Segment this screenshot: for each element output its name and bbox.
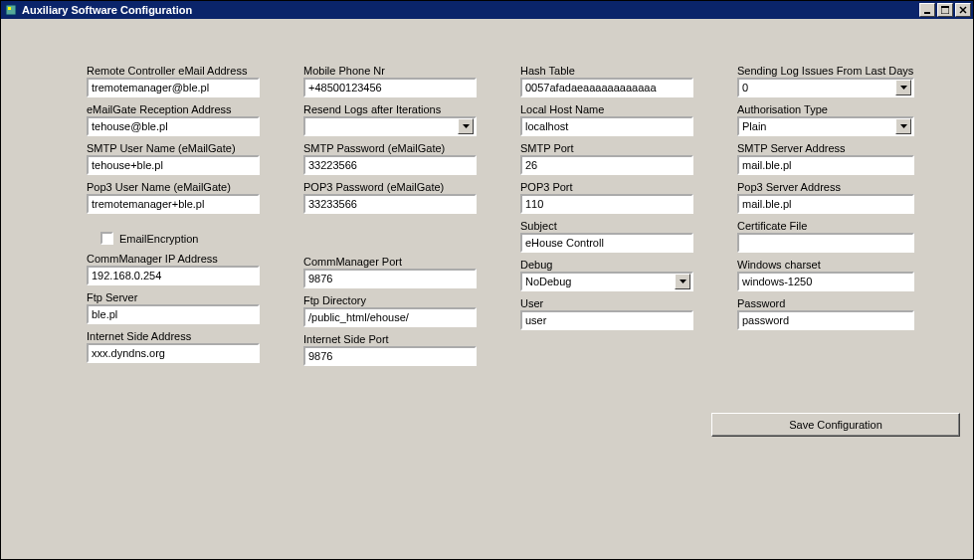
- charset-label: Windows charset: [737, 259, 914, 271]
- charset-input[interactable]: [737, 272, 914, 291]
- svg-rect-4: [941, 6, 949, 8]
- remote-email-input[interactable]: [87, 78, 260, 97]
- cm-port-label: CommManager Port: [303, 256, 477, 268]
- resend-logs-select[interactable]: [303, 116, 477, 136]
- smtp-port-label: SMTP Port: [520, 142, 693, 154]
- internet-port-input[interactable]: [303, 346, 477, 366]
- password-label: Password: [737, 297, 914, 309]
- svg-marker-8: [680, 280, 686, 283]
- smtp-pass-label: SMTP Password (eMailGate): [303, 142, 477, 154]
- column-4: Sending Log Issues From Last Days 0 Auth…: [737, 65, 914, 330]
- email-encryption-checkbox[interactable]: [100, 232, 113, 245]
- password-input[interactable]: [737, 310, 914, 330]
- resend-logs-label: Resend Logs after Iterations: [303, 103, 477, 115]
- chevron-down-icon: [895, 118, 911, 134]
- window-frame: Auxiliary Software Configuration Remote …: [0, 0, 974, 560]
- hash-input[interactable]: [520, 78, 693, 97]
- app-icon: [4, 3, 18, 17]
- subject-label: Subject: [520, 220, 693, 232]
- debug-select[interactable]: NoDebug: [520, 272, 693, 291]
- local-host-label: Local Host Name: [520, 103, 693, 115]
- chevron-down-icon: [675, 274, 690, 289]
- client-area: Remote Controller eMail Address eMailGat…: [1, 19, 973, 559]
- pop3-pass-label: POP3 Password (eMailGate): [303, 181, 477, 193]
- smtp-server-label: SMTP Server Address: [737, 142, 914, 154]
- pop3-port-label: POP3 Port: [520, 181, 693, 193]
- pop3-pass-input[interactable]: [303, 194, 477, 214]
- subject-input[interactable]: [520, 233, 693, 253]
- column-3: Hash Table Local Host Name SMTP Port POP…: [520, 65, 693, 330]
- debug-value: NoDebug: [525, 276, 571, 287]
- user-input[interactable]: [520, 310, 693, 330]
- internet-port-label: Internet Side Port: [303, 333, 477, 345]
- auth-type-label: Authorisation Type: [737, 103, 914, 115]
- pop3-port-input[interactable]: [520, 194, 693, 214]
- smtp-user-label: SMTP User Name (eMailGate): [87, 142, 260, 154]
- window-title: Auxiliary Software Configuration: [22, 4, 917, 16]
- smtp-server-input[interactable]: [737, 155, 914, 175]
- smtp-user-input[interactable]: [87, 155, 260, 175]
- close-button[interactable]: [955, 3, 971, 17]
- pop3-server-input[interactable]: [737, 194, 914, 214]
- auth-type-value: Plain: [742, 120, 766, 132]
- cert-file-label: Certificate File: [737, 220, 914, 232]
- cert-file-input[interactable]: [737, 233, 914, 253]
- ftp-server-input[interactable]: [87, 304, 260, 324]
- ftp-server-label: Ftp Server: [87, 291, 260, 303]
- mobile-label: Mobile Phone Nr: [303, 65, 477, 77]
- titlebar: Auxiliary Software Configuration: [1, 1, 973, 19]
- reception-address-label: eMailGate Reception Address: [87, 103, 260, 115]
- minimize-button[interactable]: [919, 3, 935, 17]
- save-configuration-button[interactable]: Save Configuration: [711, 413, 960, 437]
- smtp-port-input[interactable]: [520, 155, 693, 175]
- send-log-label: Sending Log Issues From Last Days: [737, 65, 914, 77]
- reception-address-input[interactable]: [87, 116, 260, 136]
- pop3-user-input[interactable]: [87, 194, 260, 214]
- pop3-user-label: Pop3 User Name (eMailGate): [87, 181, 260, 193]
- send-log-value: 0: [742, 82, 748, 93]
- smtp-pass-input[interactable]: [303, 155, 477, 175]
- cm-port-input[interactable]: [303, 269, 477, 288]
- mobile-input[interactable]: [303, 78, 477, 97]
- ftp-dir-label: Ftp Directory: [303, 294, 477, 306]
- svg-rect-2: [924, 12, 930, 14]
- remote-email-label: Remote Controller eMail Address: [87, 65, 260, 77]
- ftp-dir-input[interactable]: [303, 307, 477, 327]
- maximize-button[interactable]: [937, 3, 953, 17]
- send-log-select[interactable]: 0: [737, 78, 914, 97]
- email-encryption-label: EmailEncryption: [119, 233, 198, 245]
- svg-marker-9: [900, 86, 907, 90]
- pop3-server-label: Pop3 Server Address: [737, 181, 914, 193]
- chevron-down-icon: [895, 80, 911, 95]
- hash-label: Hash Table: [520, 65, 693, 77]
- svg-marker-7: [463, 124, 470, 128]
- debug-label: Debug: [520, 259, 693, 271]
- cm-ip-label: CommManager IP Address: [87, 253, 260, 265]
- internet-address-input[interactable]: [87, 343, 260, 363]
- local-host-input[interactable]: [520, 116, 693, 136]
- svg-rect-1: [8, 7, 11, 10]
- internet-address-label: Internet Side Address: [87, 330, 260, 342]
- auth-type-select[interactable]: Plain: [737, 116, 914, 136]
- user-label: User: [520, 297, 693, 309]
- column-1: Remote Controller eMail Address eMailGat…: [87, 65, 260, 363]
- column-2: Mobile Phone Nr Resend Logs after Iterat…: [303, 65, 477, 366]
- save-button-label: Save Configuration: [789, 419, 882, 431]
- email-encryption-row: EmailEncryption: [100, 232, 260, 245]
- chevron-down-icon: [458, 118, 474, 134]
- cm-ip-input[interactable]: [87, 266, 260, 285]
- svg-marker-10: [900, 124, 907, 128]
